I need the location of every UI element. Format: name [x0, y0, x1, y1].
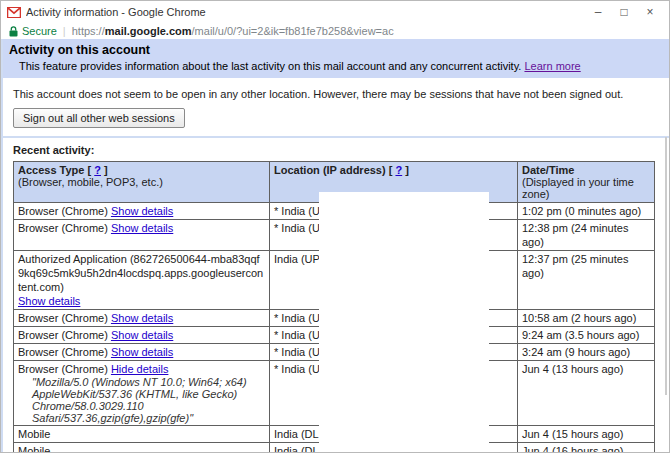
access-type-text: Authorized Application (862726500644-mba… — [18, 253, 263, 293]
page-description-text: This feature provides information about … — [19, 60, 521, 72]
url-divider: | — [63, 25, 66, 37]
location-text: India (DL — [274, 428, 319, 440]
access-type-cell: Mobile — [14, 443, 270, 453]
access-type-header-sub: (Browser, mobile, POP3, etc.) — [18, 176, 265, 188]
access-type-text: Browser (Chrome) — [18, 363, 108, 375]
maximize-button[interactable]: □ — [611, 2, 637, 22]
help-bracket: ] — [405, 164, 409, 176]
access-type-cell: Mobile — [14, 426, 270, 443]
location-text: * India (U — [274, 222, 320, 234]
section-divider — [1, 136, 669, 138]
access-type-help-link[interactable]: ? — [94, 164, 101, 176]
location-text: * India (U — [274, 312, 320, 324]
learn-more-link[interactable]: Learn more — [524, 60, 580, 72]
datetime-cell: 3:24 am (9 hours ago) — [518, 344, 655, 361]
scrollbar-line[interactable] — [665, 137, 667, 395]
access-type-text: Browser (Chrome) — [18, 222, 108, 234]
datetime-cell: 12:38 pm (24 minutes ago) — [518, 220, 655, 251]
show-details-link[interactable]: Show details — [111, 205, 173, 217]
access-type-cell: Browser (Chrome) Show details — [14, 203, 270, 220]
location-text: India (DL — [274, 445, 319, 453]
window-controls: – □ × — [585, 2, 663, 22]
datetime-cell: 10:58 am (2 hours ago) — [518, 310, 655, 327]
access-type-text: Browser (Chrome) — [18, 312, 108, 324]
datetime-cell: 1:02 pm (0 minutes ago) — [518, 203, 655, 220]
page-header: Activity on this account This feature pr… — [1, 39, 669, 78]
access-type-text: Browser (Chrome) — [18, 346, 108, 358]
left-edge-accent — [1, 39, 3, 452]
help-bracket: [ — [389, 164, 393, 176]
lock-icon — [9, 26, 18, 37]
hide-details-link[interactable]: Hide details — [111, 363, 168, 375]
window-title: Activity information - Google Chrome — [26, 6, 585, 18]
access-type-text: Mobile — [18, 428, 50, 440]
access-type-cell: Browser (Chrome) Show details — [14, 344, 270, 361]
col-header-access-type: Access Type [ ? ] (Browser, mobile, POP3… — [14, 162, 270, 203]
show-details-link[interactable]: Show details — [18, 294, 265, 308]
url-domain: mail.google.com — [105, 25, 192, 37]
show-details-link[interactable]: Show details — [111, 312, 173, 324]
location-text: * India (U — [274, 329, 320, 341]
recent-activity-label: Recent activity: — [13, 144, 669, 156]
help-bracket: [ — [88, 164, 92, 176]
page-title: Activity on this account — [9, 43, 669, 57]
page-description: This feature provides information about … — [19, 60, 669, 72]
show-details-link[interactable]: Show details — [111, 329, 173, 341]
minimize-button[interactable]: – — [585, 2, 611, 22]
title-bar: Activity information - Google Chrome – □… — [1, 1, 669, 23]
datetime-header-sub: (Displayed in your time zone) — [522, 176, 650, 200]
activity-table: Access Type [ ? ] (Browser, mobile, POP3… — [13, 161, 655, 453]
datetime-cell: 12:37 pm (25 minutes ago) — [518, 251, 655, 310]
show-details-link[interactable]: Show details — [111, 222, 173, 234]
datetime-header-label: Date/Time — [522, 164, 574, 176]
session-status-message: This account does not seem to be open in… — [13, 88, 657, 100]
user-agent-text: "Mozilla/5.0 (Windows NT 10.0; Win64; x6… — [32, 376, 265, 424]
location-text: * India (U — [274, 363, 320, 375]
url-path: /mail/u/0/?ui=2&ik=fb81fe7b258&view=ac — [192, 25, 394, 37]
col-header-datetime: Date/Time (Displayed in your time zone) — [518, 162, 655, 203]
location-text: * India (U — [274, 346, 320, 358]
access-type-cell: Browser (Chrome) Hide details "Mozilla/5… — [14, 361, 270, 426]
url-scheme: https:// — [72, 25, 105, 37]
gmail-icon — [7, 7, 21, 18]
location-text: * India (U — [274, 205, 320, 217]
show-details-link[interactable]: Show details — [111, 346, 173, 358]
secure-label: Secure — [22, 25, 57, 37]
access-type-text: Browser (Chrome) — [18, 205, 108, 217]
access-type-cell: Authorized Application (862726500644-mba… — [14, 251, 270, 310]
location-text: India (UP — [274, 253, 320, 265]
help-bracket: ] — [104, 164, 108, 176]
access-type-header-label: Access Type — [18, 164, 84, 176]
access-type-cell: Browser (Chrome) Show details — [14, 220, 270, 251]
sign-out-sessions-button[interactable]: Sign out all other web sessions — [13, 108, 185, 128]
datetime-cell: 9:24 am (3.5 hours ago) — [518, 327, 655, 344]
access-type-text: Browser (Chrome) — [18, 329, 108, 341]
datetime-cell: Jun 4 (15 hours ago) — [518, 426, 655, 443]
datetime-cell: Jun 4 (13 hours ago) — [518, 361, 655, 426]
address-bar[interactable]: Secure | https://mail.google.com/mail/u/… — [1, 23, 669, 39]
location-header-label: Location (IP address) — [274, 164, 386, 176]
access-type-cell: Browser (Chrome) Show details — [14, 310, 270, 327]
datetime-cell: Jun 4 (16 hours ago) — [518, 443, 655, 453]
close-button[interactable]: × — [637, 2, 663, 22]
access-type-text: Mobile — [18, 445, 50, 453]
location-help-link[interactable]: ? — [395, 164, 402, 176]
access-type-cell: Browser (Chrome) Show details — [14, 327, 270, 344]
ip-redaction-overlay — [319, 192, 489, 453]
